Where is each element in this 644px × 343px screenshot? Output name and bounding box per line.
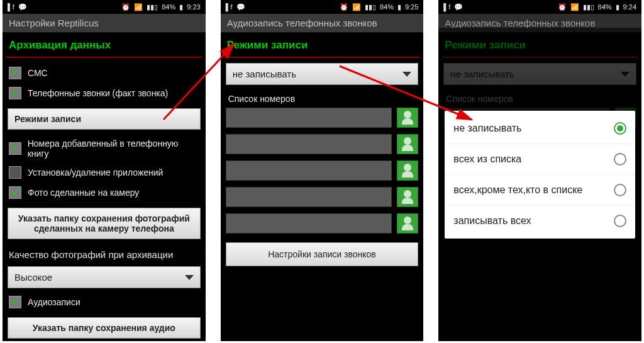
clock-text: 9:24 (623, 3, 636, 11)
check-icon: ✔ (11, 68, 19, 78)
status-bar: ▌f 💬 ⏰ 📶 ▮▮▯ 84% ▮ 9:23 (3, 0, 206, 14)
phone-2: ▌f 💬 ⏰ 📶 ▮▮▯ 84% ▮ 9:25 Аудиозапись теле… (221, 0, 424, 341)
battery-text: 84% (162, 3, 175, 11)
alarm-icon: ⏰ (340, 3, 348, 11)
radio-icon (614, 184, 626, 196)
photo-folder-button[interactable]: Указать папку сохранения фотографий сдел… (8, 208, 201, 239)
checkbox-audio[interactable]: ✔ (9, 296, 21, 308)
label-photos: Фото сделанные на камеру (28, 188, 139, 198)
label-apps: Установка/удаление приложений (28, 167, 163, 177)
option-record-all[interactable]: записывать всех (445, 206, 635, 236)
radio-icon (614, 122, 626, 135)
quality-value: Высокое (14, 272, 52, 283)
number-input-1[interactable] (226, 108, 392, 128)
option-label: не записывать (453, 123, 521, 134)
checkbox-apps-row[interactable]: Установка/удаление приложений (3, 162, 206, 183)
app-title: Настройки Reptilicus (3, 14, 206, 33)
facebook-icon: ▌f (8, 3, 14, 11)
facebook-icon: ▌f (226, 3, 233, 11)
facebook-icon: ▌f (443, 3, 450, 11)
section-title: Архивация данных (3, 33, 206, 55)
app-title: Аудиозапись телефонных звонков (221, 14, 424, 33)
recording-settings-button[interactable]: Настройки записи звонков (226, 242, 419, 266)
number-input-4[interactable] (226, 187, 392, 207)
status-bar: ▌f 💬 ⏰ 📶 ▮▮▯ 84% ▮ 9:24 (438, 0, 641, 14)
speech-icon: 💬 (18, 3, 27, 11)
clock-text: 9:25 (405, 3, 418, 11)
number-input-3[interactable] (226, 160, 392, 181)
divider (6, 57, 202, 58)
wifi-icon: 📶 (134, 3, 143, 11)
wifi-icon: 📶 (352, 3, 361, 11)
mode-options-popup: не записывать всех из списка всех,кроме … (445, 111, 635, 239)
checkbox-apps[interactable] (9, 166, 21, 179)
pick-contact-button-4[interactable] (397, 187, 418, 207)
checkbox-sms-row[interactable]: ✔ СМС (3, 63, 206, 83)
label-contacts: Номера добавленный в телефонную книгу (28, 138, 199, 159)
battery-text: 84% (598, 3, 612, 11)
mode-value: не записывать (233, 69, 296, 79)
speech-icon: 💬 (454, 3, 463, 11)
chevron-down-icon (185, 275, 194, 280)
number-input-2[interactable] (226, 134, 392, 154)
number-row (226, 187, 419, 207)
clock-text: 9:23 (187, 3, 200, 11)
checkbox-sms[interactable]: ✔ (9, 67, 21, 79)
label-audio: Аудиозаписи (28, 297, 80, 307)
status-bar: ▌f 💬 ⏰ 📶 ▮▮▯ 84% ▮ 9:25 (221, 0, 424, 14)
pick-contact-button-1[interactable] (397, 108, 418, 128)
number-row (226, 213, 419, 233)
option-label: всех,кроме тех,кто в списке (453, 184, 582, 196)
chevron-down-icon (402, 72, 411, 77)
section-title: Режими записи (221, 33, 424, 55)
quality-label: Качество фотографий при архивации (3, 244, 206, 262)
checkbox-calls-row[interactable]: ✔ Телефонные звонки (факт звонка) (3, 83, 206, 103)
check-icon: ✔ (11, 188, 19, 198)
battery-text: 84% (380, 3, 394, 11)
check-icon: ✔ (11, 297, 19, 307)
signal-icon: ▮▮▯ (583, 3, 594, 11)
wifi-icon: 📶 (570, 3, 579, 11)
label-calls: Телефонные звонки (факт звонка) (28, 88, 168, 98)
checkbox-contacts-row[interactable]: ✔ Номера добавленный в телефонную книгу (3, 135, 206, 162)
number-input-5[interactable] (226, 213, 392, 233)
mode-dropdown[interactable]: не записывать (226, 63, 419, 85)
phone-3: ▌f 💬 ⏰ 📶 ▮▮▯ 84% ▮ 9:24 Аудиозапись теле… (438, 0, 641, 341)
quality-dropdown[interactable]: Высокое (8, 266, 201, 288)
phone-1: ▌f 💬 ⏰ 📶 ▮▮▯ 84% ▮ 9:23 Настройки Reptil… (3, 0, 206, 341)
checkbox-contacts[interactable]: ✔ (9, 142, 21, 155)
pick-contact-button-2[interactable] (397, 134, 418, 154)
label-sms: СМС (28, 68, 48, 78)
alarm-icon: ⏰ (121, 3, 130, 11)
signal-icon: ▮▮▯ (365, 3, 376, 11)
battery-icon: ▮ (179, 3, 183, 11)
signal-icon: ▮▮▯ (147, 3, 158, 11)
number-row (226, 134, 419, 154)
option-label: записывать всех (453, 215, 531, 227)
radio-icon (614, 215, 626, 227)
option-except-list[interactable]: всех,кроме тех,кто в списке (445, 175, 635, 206)
checkbox-audio-row[interactable]: ✔ Аудиозаписи (3, 292, 206, 312)
number-row (226, 160, 419, 181)
check-icon: ✔ (11, 88, 19, 98)
divider (225, 57, 420, 58)
battery-icon: ▮ (616, 3, 619, 11)
speech-icon: 💬 (236, 3, 245, 11)
option-label: всех из списка (453, 154, 521, 165)
number-list-label: Список номеров (226, 91, 419, 108)
checkbox-photos[interactable]: ✔ (9, 186, 21, 199)
pick-contact-button-3[interactable] (397, 160, 418, 181)
checkbox-calls[interactable]: ✔ (9, 87, 21, 99)
option-no-record[interactable]: не записывать (445, 113, 635, 144)
checkbox-photos-row[interactable]: ✔ Фото сделанные на камеру (3, 183, 206, 203)
pick-contact-button-5[interactable] (397, 213, 418, 233)
battery-icon: ▮ (397, 3, 401, 11)
recording-modes-button[interactable]: Режими записи (8, 108, 201, 130)
radio-icon (614, 153, 626, 166)
alarm-icon: ⏰ (558, 3, 567, 11)
check-icon: ✔ (11, 143, 19, 154)
audio-folder-button[interactable]: Указать папку сохранения аудио (8, 317, 201, 339)
option-from-list[interactable]: всех из списка (445, 144, 635, 175)
number-row (226, 108, 419, 128)
